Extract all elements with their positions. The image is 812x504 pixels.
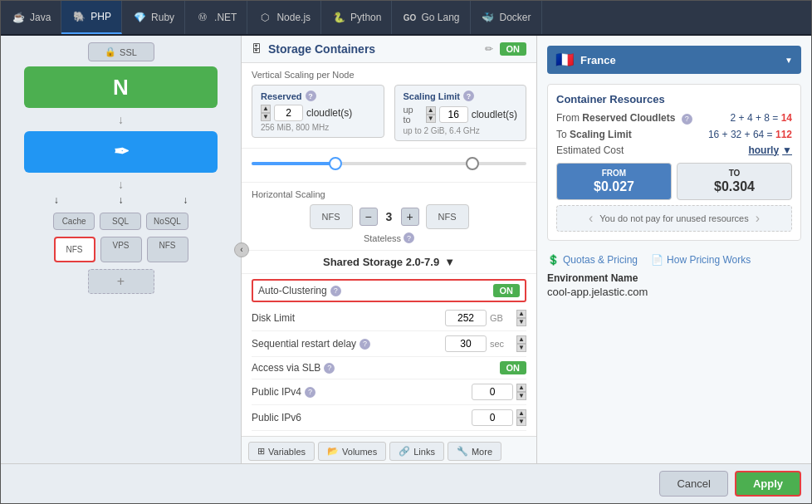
nfs-node-selected[interactable]: NFS <box>54 237 95 262</box>
region-selector[interactable]: 🇫🇷 France ▼ <box>547 46 801 74</box>
region-flag: 🇫🇷 <box>555 51 574 69</box>
scaling-value-input[interactable] <box>439 106 468 123</box>
from-reserved-row: From Reserved Cloudlets ? 2 + 4 + 8 = 14 <box>556 112 792 125</box>
links-button[interactable]: 🔗 Links <box>389 442 444 461</box>
slider-limit-handle[interactable] <box>466 157 479 170</box>
scaling-limit-label: Scaling Limit ? <box>404 91 518 101</box>
add-node-button[interactable]: + <box>88 269 154 294</box>
disk-limit-up[interactable]: ▲ <box>516 310 526 318</box>
stateless-help-icon[interactable]: ? <box>404 232 414 243</box>
cancel-button[interactable]: Cancel <box>659 471 727 497</box>
restart-down[interactable]: ▼ <box>516 344 526 352</box>
restart-help-icon[interactable]: ? <box>360 339 370 350</box>
nfs-right-button[interactable]: NFS <box>426 204 469 229</box>
estimated-cost-row: Estimated Cost hourly ▼ <box>556 144 792 156</box>
ssl-button[interactable]: 🔒 SSL <box>88 42 154 61</box>
shared-storage-arrow-icon: ▼ <box>444 256 455 268</box>
restart-up[interactable]: ▲ <box>516 335 526 344</box>
tab-ruby[interactable]: 💎 Ruby <box>122 1 185 34</box>
scaling-limit-input: up to ▲ ▼ cloudlet(s) <box>404 105 518 125</box>
vps-node[interactable]: VPS <box>100 237 142 262</box>
reserved-cloudlets-help[interactable]: ? <box>682 114 692 125</box>
right-panel: 🇫🇷 France ▼ Container Resources From Res… <box>537 36 811 463</box>
disk-limit-label: Disk Limit <box>252 312 445 324</box>
estimated-cost-arrow: ▼ <box>782 144 792 156</box>
python-icon: 🐍 <box>331 10 346 25</box>
count-decrease-button[interactable]: − <box>360 208 378 226</box>
estimated-cost-dropdown[interactable]: hourly ▼ <box>748 144 792 156</box>
ipv4-value: ▲ ▼ <box>472 384 526 400</box>
node-count: 3 <box>381 210 398 223</box>
disk-limit-input[interactable] <box>445 310 487 326</box>
storage-containers-icon: 🗄 <box>252 43 262 55</box>
banner-prev-icon[interactable]: ‹ <box>585 211 596 226</box>
tab-php[interactable]: 🐘 PHP <box>61 1 122 34</box>
variables-button[interactable]: ⊞ Variables <box>248 442 315 461</box>
quotas-pricing-link[interactable]: 💲 Quotas & Pricing <box>547 254 638 266</box>
scaling-up[interactable]: ▲ <box>426 106 436 115</box>
panel-header: 🗄 Storage Containers ✏ ON <box>242 36 536 63</box>
tab-golang[interactable]: GO Go Lang <box>392 1 470 34</box>
volumes-button[interactable]: 📂 Volumes <box>318 442 386 461</box>
how-pricing-link[interactable]: 📄 How Pricing Works <box>651 254 751 266</box>
panel-toggle[interactable]: ON <box>500 42 527 56</box>
ipv6-up[interactable]: ▲ <box>516 409 526 418</box>
tab-nodejs[interactable]: ⬡ Node.js <box>247 1 321 34</box>
slb-toggle[interactable]: ON <box>500 361 527 374</box>
reserved-value-input[interactable] <box>274 105 303 121</box>
nginx-node[interactable]: N <box>24 66 218 108</box>
slider-track[interactable] <box>252 155 526 172</box>
ipv4-help-icon[interactable]: ? <box>305 387 316 398</box>
more-button[interactable]: 🔧 More <box>448 442 501 461</box>
scaling-limit-box: Scaling Limit ? up to ▲ ▼ cloudlet(s) <box>394 85 527 141</box>
disk-limit-down[interactable]: ▼ <box>516 318 526 326</box>
nfs-left-button[interactable]: NFS <box>310 204 353 229</box>
tab-python[interactable]: 🐍 Python <box>321 1 392 34</box>
tab-java[interactable]: ☕ Java <box>1 1 61 34</box>
ipv4-down[interactable]: ▼ <box>516 392 526 400</box>
cache-node[interactable]: Cache <box>53 213 95 230</box>
scaling-limit-help-icon[interactable]: ? <box>463 91 474 101</box>
nodejs-icon: ⬡ <box>257 10 272 25</box>
scaling-calc-value: 16 + 32 + 64 = 112 <box>708 129 792 140</box>
sql-node[interactable]: SQL <box>100 213 141 230</box>
reserved-help-icon[interactable]: ? <box>306 91 316 101</box>
shared-storage-dropdown[interactable]: Shared Storage 2.0-7.9 ▼ <box>323 256 455 268</box>
ipv4-up[interactable]: ▲ <box>516 384 526 392</box>
ipv6-down[interactable]: ▼ <box>516 418 526 426</box>
reserved-up[interactable]: ▲ <box>261 105 271 113</box>
container-resources-section: Container Resources From Reserved Cloudl… <box>547 84 801 241</box>
apply-button[interactable]: Apply <box>735 471 801 497</box>
feather-node[interactable]: ✒ <box>24 131 218 173</box>
nosql-node[interactable]: NoSQL <box>146 213 188 230</box>
reserved-down[interactable]: ▼ <box>261 113 271 121</box>
to-price-label: TO <box>682 169 786 178</box>
config-section: Auto-Clustering ? ON Disk Limit GB ▲ ▼ <box>242 274 536 436</box>
ipv4-input[interactable] <box>472 384 513 400</box>
left-panel: 🔒 SSL N ↓ ✒ ↓ ↓ ↓ ↓ Cache SQL NoSQL <box>1 36 242 463</box>
middle-panel: 🗄 Storage Containers ✏ ON Vertical Scali… <box>242 36 537 463</box>
scaling-spinners[interactable]: ▲ ▼ <box>426 106 436 123</box>
edit-icon[interactable]: ✏ <box>485 43 493 55</box>
bottom-nodes-row2: NFS VPS NFS <box>7 237 234 262</box>
scaling-down[interactable]: ▼ <box>426 115 436 123</box>
slb-help-icon[interactable]: ? <box>324 363 335 374</box>
slider-reserved-handle[interactable] <box>329 157 342 170</box>
restart-delay-input[interactable] <box>445 335 487 352</box>
to-price-box: TO $0.304 <box>677 163 792 200</box>
tab-net[interactable]: Ⓜ .NET <box>185 1 247 34</box>
auto-clustering-help-icon[interactable]: ? <box>330 286 341 296</box>
banner-next-icon[interactable]: › <box>752 211 763 226</box>
bottom-nodes-row1: Cache SQL NoSQL <box>7 213 234 230</box>
feather-icon: ✒ <box>114 141 129 163</box>
net-icon: Ⓜ <box>195 10 210 25</box>
auto-clustering-toggle[interactable]: ON <box>493 284 521 297</box>
ipv6-input[interactable] <box>472 409 513 426</box>
collapse-panel-button[interactable]: ‹ <box>234 242 249 257</box>
ipv6-label: Public IPv6 <box>252 412 472 423</box>
count-increase-button[interactable]: + <box>401 208 419 226</box>
nfs-node-2[interactable]: NFS <box>147 237 188 262</box>
tab-docker[interactable]: 🐳 Docker <box>471 1 542 34</box>
reserved-spinners[interactable]: ▲ ▼ <box>261 105 271 121</box>
from-price-value: $0.027 <box>562 179 666 194</box>
